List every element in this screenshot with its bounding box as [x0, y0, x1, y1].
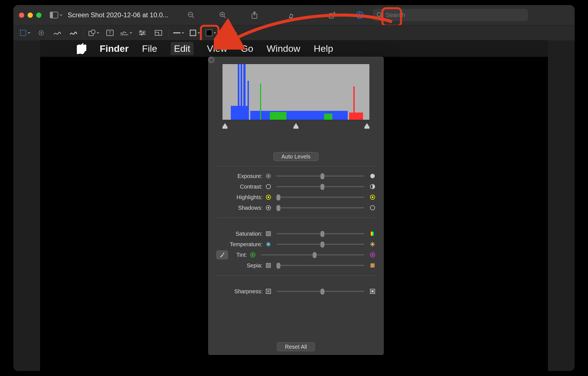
- aperture-closed-icon: [369, 173, 376, 179]
- border-color-button[interactable]: [189, 28, 201, 38]
- text-style-button[interactable]: Aa: [225, 28, 238, 38]
- menu-view: View: [207, 43, 227, 54]
- saturation-slider-row: Saturation:: [216, 228, 376, 239]
- adjust-size-button[interactable]: [152, 28, 165, 38]
- shapes-button[interactable]: [88, 28, 100, 38]
- saturation-high-icon: [369, 231, 376, 237]
- sketch-button[interactable]: [51, 28, 63, 38]
- divider: [168, 29, 169, 37]
- temperature-slider[interactable]: [276, 244, 364, 245]
- svg-rect-26: [248, 81, 249, 120]
- svg-point-34: [370, 174, 375, 178]
- menu-file: File: [142, 43, 157, 54]
- zoom-in-button[interactable]: [219, 11, 227, 19]
- highlights-slider-row: Highlights:: [216, 192, 376, 202]
- svg-point-46: [371, 243, 374, 245]
- contrast-slider[interactable]: [276, 186, 364, 187]
- sharpness-slider-row: Sharpness:: [216, 286, 376, 297]
- contrast-slider-row: Contrast:: [216, 181, 376, 192]
- shape-style-button[interactable]: [173, 28, 185, 38]
- svg-point-35: [266, 184, 271, 189]
- exposure-slider[interactable]: [276, 175, 364, 177]
- share-button[interactable]: [250, 11, 259, 19]
- sidebar-toggle-button[interactable]: [50, 12, 63, 18]
- auto-levels-button[interactable]: Auto Levels: [273, 152, 319, 161]
- svg-point-49: [252, 254, 254, 256]
- markup-toggle-button[interactable]: [356, 11, 364, 19]
- close-panel-button[interactable]: ✕: [208, 57, 215, 63]
- menu-edit: Edit: [171, 42, 194, 55]
- svg-rect-30: [324, 114, 332, 120]
- svg-rect-29: [270, 112, 286, 120]
- tint-green-icon: [250, 252, 256, 258]
- tint-slider[interactable]: [261, 254, 364, 255]
- temperature-label: Temperature:: [216, 241, 263, 248]
- screenshot-menubar: Finder File Edit View Go Window Help: [40, 40, 548, 57]
- svg-text:T: T: [109, 31, 111, 35]
- svg-rect-57: [371, 290, 374, 292]
- svg-rect-28: [260, 84, 261, 120]
- svg-rect-44: [266, 231, 271, 236]
- menu-go: Go: [241, 43, 253, 54]
- search-input[interactable]: [385, 11, 524, 19]
- tint-slider-row: Tint:: [216, 250, 376, 260]
- svg-rect-1: [50, 12, 53, 18]
- svg-rect-32: [349, 113, 363, 120]
- highlight-button[interactable]: [288, 11, 297, 19]
- svg-point-51: [372, 254, 373, 256]
- highlights-high-icon: [369, 194, 376, 200]
- svg-rect-23: [238, 64, 239, 120]
- saturation-slider[interactable]: [276, 233, 364, 234]
- document-title: Screen Shot 2020-12-06 at 10.0...: [68, 11, 168, 19]
- rotate-button[interactable]: [328, 11, 337, 19]
- menubar-app-name: Finder: [100, 43, 129, 54]
- levels-black-handle[interactable]: [222, 121, 227, 127]
- sepia-slider[interactable]: [276, 265, 364, 266]
- adjust-color-button[interactable]: [136, 28, 148, 38]
- svg-rect-20: [190, 30, 196, 36]
- minimize-window-button[interactable]: [28, 13, 33, 18]
- svg-rect-8: [20, 30, 26, 36]
- svg-rect-5: [329, 14, 334, 18]
- shadows-slider[interactable]: [276, 207, 364, 208]
- selection-tool-button[interactable]: [19, 28, 31, 38]
- fill-color-button[interactable]: [205, 28, 217, 38]
- preview-window: Screen Shot 2020-12-06 at 10.0...: [13, 5, 575, 371]
- levels-mid-handle[interactable]: [293, 121, 298, 127]
- svg-rect-53: [370, 263, 375, 268]
- svg-rect-47: [223, 253, 224, 254]
- draw-button[interactable]: [67, 28, 80, 38]
- svg-point-42: [268, 207, 269, 209]
- sharpness-slider[interactable]: [276, 291, 364, 292]
- zoom-window-button[interactable]: [36, 13, 41, 18]
- chevron-down-icon: [59, 13, 63, 17]
- reset-all-button[interactable]: Reset All: [277, 342, 315, 351]
- highlights-slider[interactable]: [276, 197, 364, 198]
- svg-point-43: [370, 206, 375, 210]
- levels-white-handle[interactable]: [364, 121, 369, 127]
- close-window-button[interactable]: [19, 13, 24, 18]
- sepia-slider-row: Sepia:: [216, 260, 376, 271]
- svg-rect-55: [267, 290, 270, 292]
- eyedropper-button[interactable]: [216, 250, 228, 259]
- markup-toolbar: T Aa: [13, 25, 575, 40]
- svg-rect-24: [241, 64, 242, 120]
- svg-point-16: [141, 34, 143, 35]
- instant-alpha-button[interactable]: [35, 28, 47, 38]
- svg-rect-19: [173, 32, 180, 33]
- shadows-high-icon: [369, 205, 376, 211]
- svg-point-9: [41, 32, 42, 33]
- saturation-label: Saturation:: [216, 231, 263, 237]
- apple-logo-icon: [77, 43, 86, 54]
- sharpness-label: Sharpness:: [216, 288, 263, 295]
- zoom-out-button[interactable]: [187, 11, 195, 19]
- sign-button[interactable]: [120, 28, 132, 38]
- text-style-label: Aa: [226, 30, 233, 36]
- highlights-low-icon: [265, 194, 271, 200]
- adjust-color-panel: ✕: [208, 57, 384, 355]
- svg-point-7: [377, 13, 381, 16]
- exposure-slider-row: Exposure:: [216, 171, 376, 181]
- temperature-cold-icon: [265, 241, 271, 247]
- levels-handles[interactable]: [222, 121, 369, 127]
- text-button[interactable]: T: [104, 28, 116, 38]
